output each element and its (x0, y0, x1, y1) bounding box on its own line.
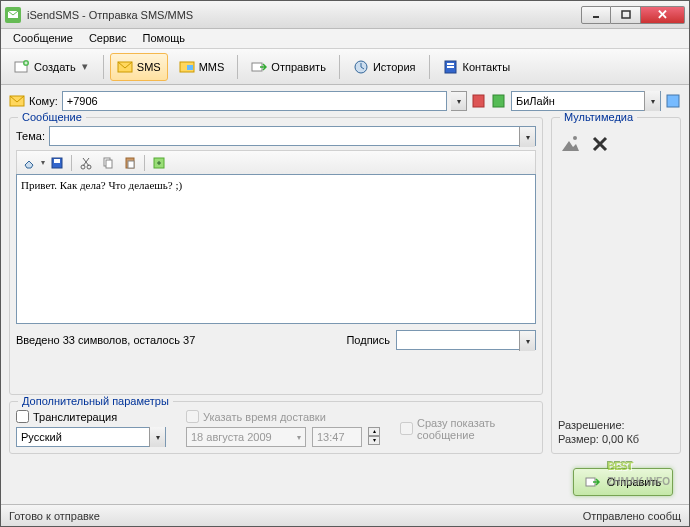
addressbook2-icon[interactable] (491, 93, 507, 109)
history-button[interactable]: История (346, 53, 423, 81)
send-icon (251, 59, 267, 75)
delivery-time-field: 13:47 (312, 427, 362, 447)
mms-button[interactable]: MMS (172, 53, 232, 81)
subject-dropdown-button[interactable]: ▾ (519, 127, 535, 147)
send-message-label: Отправить (607, 476, 662, 488)
time-spinner: ▴▾ (368, 427, 380, 447)
window-title: iSendSMS - Отправка SMS/MMS (27, 9, 581, 21)
send-button[interactable]: Отправить (244, 53, 333, 81)
separator (103, 55, 104, 79)
language-select[interactable]: Русский ▾ (16, 427, 166, 447)
menu-message[interactable]: Сообщение (5, 29, 81, 48)
editor-toolbar: ▾ (16, 150, 536, 174)
status-ready: Готово к отправке (9, 510, 100, 522)
sms-icon (117, 59, 133, 75)
titlebar: iSendSMS - Отправка SMS/MMS ✕ (1, 1, 689, 29)
extra-legend: Дополнительный параметры (18, 395, 173, 407)
size-label: Размер: 0,00 Кб (558, 433, 674, 445)
translit-checkbox[interactable]: Транслитерация (16, 410, 166, 423)
subject-input[interactable] (50, 127, 519, 145)
svg-rect-19 (54, 159, 60, 163)
history-icon (353, 59, 369, 75)
to-input[interactable] (62, 91, 447, 111)
create-label: Создать (34, 61, 76, 73)
menubar: Сообщение Сервис Помощь (1, 29, 689, 49)
message-group: Сообщение Тема: ▾ ▾ (9, 117, 543, 395)
erase-button[interactable] (19, 153, 39, 173)
separator (237, 55, 238, 79)
signature-label: Подпись (346, 334, 390, 346)
paste-button[interactable] (120, 153, 140, 173)
copy-button[interactable] (98, 153, 118, 173)
close-button[interactable]: ✕ (641, 6, 685, 24)
carrier-settings-icon[interactable] (665, 93, 681, 109)
language-dropdown-button[interactable]: ▾ (149, 427, 165, 447)
to-label: Кому: (29, 95, 58, 107)
send-message-button[interactable]: Отправить (573, 468, 673, 496)
svg-rect-3 (622, 11, 630, 18)
addressbook-icon[interactable] (471, 93, 487, 109)
envelope-icon (9, 93, 25, 109)
svg-point-27 (573, 136, 577, 140)
carrier-select[interactable]: БиЛайн ▾ (511, 91, 661, 111)
message-textarea[interactable] (16, 174, 536, 324)
contacts-icon (443, 59, 459, 75)
mms-icon (179, 59, 195, 75)
sms-button[interactable]: SMS (110, 53, 168, 81)
carrier-value: БиЛайн (512, 95, 644, 107)
remove-media-button[interactable] (588, 132, 612, 156)
menu-help[interactable]: Помощь (135, 29, 194, 48)
mms-label: MMS (199, 61, 225, 73)
svg-rect-12 (447, 63, 454, 65)
maximize-button[interactable] (611, 6, 641, 24)
chevron-down-icon: ▾ (80, 60, 90, 73)
save-button[interactable] (47, 153, 67, 173)
resolution-label: Разрешение: (558, 419, 674, 431)
char-count: Введено 33 символов, осталось 37 (16, 334, 195, 346)
svg-rect-25 (128, 161, 134, 168)
statusbar: Готово к отправке Отправлено сообщ (1, 504, 689, 526)
extra-group: Дополнительный параметры Транслитерация … (9, 401, 543, 454)
svg-rect-16 (493, 95, 504, 107)
cut-button[interactable] (76, 153, 96, 173)
signature-dropdown-button[interactable]: ▾ (519, 331, 535, 351)
separator (339, 55, 340, 79)
add-media-button[interactable] (558, 132, 582, 156)
separator (429, 55, 430, 79)
insert-button[interactable] (149, 153, 169, 173)
subject-label: Тема: (16, 130, 45, 142)
contacts-label: Контакты (463, 61, 511, 73)
svg-rect-8 (187, 65, 193, 70)
svg-rect-23 (106, 160, 112, 168)
to-dropdown-button[interactable]: ▾ (451, 91, 467, 111)
app-icon (5, 7, 21, 23)
create-button[interactable]: Создать ▾ (7, 53, 97, 81)
carrier-dropdown-button[interactable]: ▾ (644, 91, 660, 111)
new-message-icon (14, 59, 30, 75)
svg-rect-17 (667, 95, 679, 107)
svg-rect-13 (447, 66, 454, 68)
svg-rect-15 (473, 95, 484, 107)
contacts-button[interactable]: Контакты (436, 53, 518, 81)
separator (144, 155, 145, 171)
multimedia-legend: Мультимедиа (560, 111, 637, 123)
send-icon (585, 474, 601, 490)
delivery-time-checkbox[interactable]: Указать время доставки (186, 410, 380, 423)
send-label: Отправить (271, 61, 326, 73)
separator (71, 155, 72, 171)
delivery-date-field: 18 августа 2009▾ (186, 427, 306, 447)
status-sent: Отправлено сообщ (583, 510, 681, 522)
show-now-checkbox[interactable]: Сразу показать сообщение (400, 417, 536, 441)
toolbar: Создать ▾ SMS MMS Отправить История Конт… (1, 49, 689, 85)
history-label: История (373, 61, 416, 73)
menu-service[interactable]: Сервис (81, 29, 135, 48)
sms-label: SMS (137, 61, 161, 73)
message-legend: Сообщение (18, 111, 86, 123)
minimize-button[interactable] (581, 6, 611, 24)
signature-select[interactable]: ▾ (396, 330, 536, 350)
multimedia-group: Мультимедиа Разрешение: Размер: 0,00 Кб (551, 117, 681, 454)
